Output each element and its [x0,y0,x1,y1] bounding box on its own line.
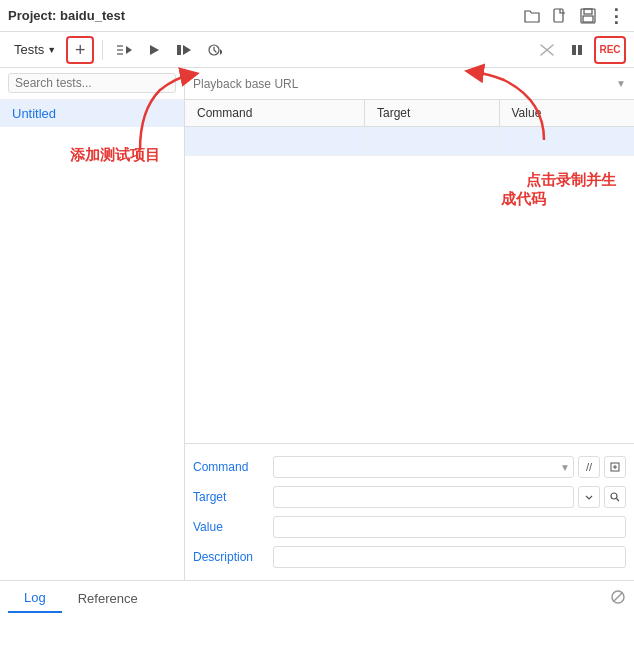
more-options-icon[interactable]: ⋮ [606,6,626,26]
target-row: Target [185,482,634,512]
tests-dropdown[interactable]: Tests ▼ [8,40,62,59]
properties-panel: Command ▼ // [185,443,634,580]
test-table: Command Target Value [185,100,634,443]
left-panel: Untitled [0,68,185,580]
test-list: Untitled [0,100,184,580]
schedule-button[interactable] [201,37,227,63]
value-input[interactable] [273,516,626,538]
tab-log[interactable]: Log [8,584,62,613]
command-label: Command [193,460,273,474]
project-title: Project: baidu_test [8,8,125,23]
target-header: Target [365,100,500,126]
command-select[interactable] [273,456,574,478]
clear-button[interactable] [534,37,560,63]
value-label: Value [193,520,273,534]
description-row: Description [185,542,634,572]
toolbar-divider-1 [102,40,103,60]
svg-rect-13 [572,45,576,55]
svg-marker-7 [126,46,132,54]
command-cell [185,127,365,155]
description-label: Description [193,550,273,564]
description-input-wrap [273,546,626,568]
save-icon[interactable] [578,6,598,26]
value-header: Value [500,100,635,126]
step-button[interactable] [171,37,197,63]
svg-rect-2 [584,9,592,14]
tab-reference[interactable]: Reference [62,585,154,612]
playback-dropdown-icon[interactable]: ▼ [616,78,626,89]
playback-url-input[interactable] [193,77,616,91]
target-select-button[interactable] [578,486,600,508]
table-header: Command Target Value [185,100,634,127]
search-bar [0,68,184,100]
svg-marker-8 [150,45,159,55]
target-input[interactable] [273,486,574,508]
bottom-tabs: Log Reference [0,580,634,616]
command-input-wrap: ▼ // [273,456,626,478]
add-test-button[interactable]: + [66,36,94,64]
run-button[interactable] [141,37,167,63]
value-row: Value [185,512,634,542]
title-icons: ⋮ [522,6,626,26]
svg-line-17 [617,499,620,502]
title-bar: Project: baidu_test ⋮ [0,0,634,32]
playback-bar: ▼ [185,68,634,100]
main-area: Untitled ▼ Command Target Value [0,68,634,580]
target-input-wrap [273,486,626,508]
command-comment-button[interactable]: // [578,456,600,478]
description-input[interactable] [273,546,626,568]
svg-marker-12 [220,49,222,55]
open-folder-icon[interactable] [522,6,542,26]
svg-rect-3 [583,16,593,22]
svg-line-19 [614,593,623,602]
command-header: Command [185,100,365,126]
command-expand-button[interactable] [604,456,626,478]
target-search-button[interactable] [604,486,626,508]
target-label: Target [193,490,273,504]
svg-marker-10 [183,45,191,55]
log-area [0,616,634,652]
table-row[interactable] [185,127,634,156]
search-input[interactable] [8,73,176,93]
rec-button[interactable]: REC [594,36,626,64]
run-all-button[interactable] [111,37,137,63]
svg-point-16 [611,493,617,499]
target-cell [365,127,500,155]
toolbar: Tests ▼ + [0,32,634,68]
right-panel: ▼ Command Target Value [185,68,634,580]
command-row: Command ▼ // [185,452,634,482]
dropdown-arrow-icon: ▼ [47,45,56,55]
new-file-icon[interactable] [550,6,570,26]
pause-button[interactable] [564,37,590,63]
svg-rect-9 [177,45,181,55]
disable-icon[interactable] [610,589,626,608]
test-item[interactable]: Untitled [0,100,184,127]
svg-rect-0 [554,9,563,22]
svg-rect-14 [578,45,582,55]
value-input-wrap [273,516,626,538]
command-select-wrap: ▼ [273,456,574,478]
value-cell [500,127,635,155]
